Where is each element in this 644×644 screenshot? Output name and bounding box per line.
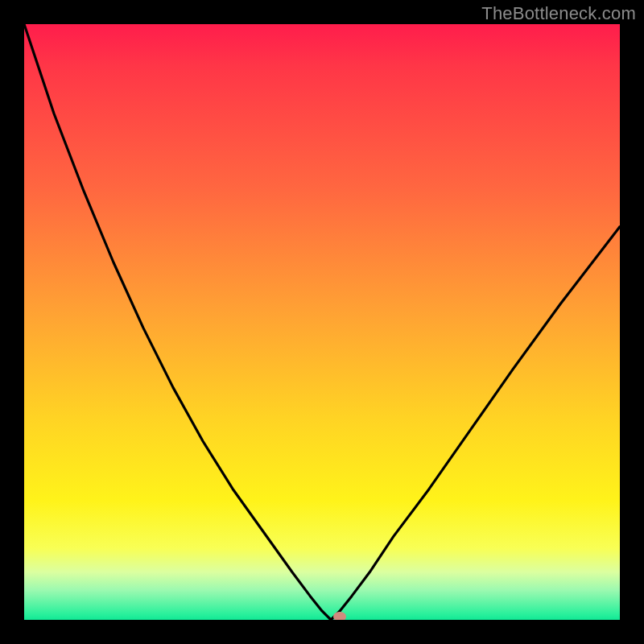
- chart-frame: TheBottleneck.com: [0, 0, 644, 644]
- minimum-marker: [333, 612, 346, 620]
- plot-area: [24, 24, 620, 620]
- bottleneck-curve: [24, 24, 620, 620]
- watermark-text: TheBottleneck.com: [481, 3, 636, 24]
- curve-path: [24, 24, 620, 620]
